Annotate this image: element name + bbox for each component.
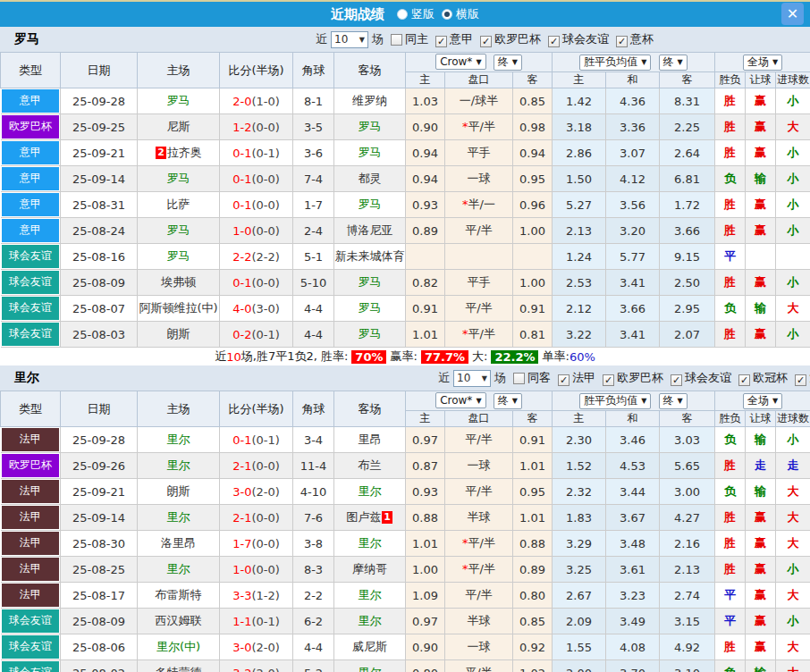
league-checkbox-label[interactable]: 欧罗巴杯 <box>494 32 541 46</box>
league-badge: 法甲 <box>2 506 60 529</box>
home-team: 朗斯 <box>138 322 220 348</box>
league-badge: 意甲 <box>2 219 60 242</box>
league-checkbox[interactable] <box>795 374 806 386</box>
away-team-name: 摩纳哥 <box>352 562 387 575</box>
bookmaker-dropdown[interactable]: Crow*▼ <box>435 392 485 408</box>
match-result: 胜 <box>715 531 746 557</box>
vertical-layout-label[interactable]: 竖版 <box>411 6 435 22</box>
scope-dropdown[interactable]: 全场▼ <box>743 393 782 409</box>
home-team: 阿斯顿维拉(中) <box>138 296 220 322</box>
match-date: 25-08-17 <box>61 583 138 609</box>
avg-draw: 3.36 <box>606 114 660 140</box>
away-team: 威尼斯 <box>334 634 406 660</box>
league-checkbox[interactable] <box>671 374 682 386</box>
scope-dropdown[interactable]: 全场▼ <box>743 55 782 71</box>
avg-time-dropdown[interactable]: 终▼ <box>659 55 688 71</box>
col-odds-home: 主 <box>406 411 445 427</box>
avg-home: 2.00 <box>553 660 606 672</box>
odds-away: 0.95 <box>513 479 553 505</box>
match-date: 25-09-28 <box>61 88 138 114</box>
match-date: 25-09-21 <box>61 140 138 166</box>
score: 1-0(0-0) <box>220 557 293 583</box>
close-icon[interactable]: ✕ <box>781 3 804 25</box>
col-result: 胜负 <box>715 72 746 88</box>
corner-count: 11-4 <box>293 453 334 479</box>
same-away-checkbox[interactable] <box>513 373 525 384</box>
away-team-name: 里昂 <box>359 433 382 446</box>
avg-time-dropdown[interactable]: 终▼ <box>659 393 688 409</box>
bookmaker-dropdown[interactable]: Crow*▼ <box>435 54 485 70</box>
horizontal-layout-radio[interactable] <box>442 9 452 20</box>
league-checkbox-label[interactable]: 意甲 <box>450 32 473 46</box>
odds-handicap: *平/半 <box>445 322 513 348</box>
same-home-checkbox[interactable] <box>391 34 402 46</box>
score: 1-7(0-0) <box>220 531 293 557</box>
match-date: 25-08-07 <box>61 296 138 322</box>
league-badge: 球会友谊 <box>2 609 60 633</box>
league-checkbox-label[interactable]: 欧冠杯 <box>753 371 788 384</box>
horizontal-layout-label[interactable]: 横版 <box>456 6 479 22</box>
match-date: 25-08-03 <box>61 322 138 348</box>
table-row: 法甲25-09-14里尔2-1(0-0)7-6图卢兹10.88半球1.011.8… <box>1 505 810 531</box>
match-result: 胜 <box>715 505 746 531</box>
corner-count: 1-7 <box>293 192 334 218</box>
matches-table-roma: 类型 日期 主场 比分(半场) 角球 客场 Crow*▼ 终▼ 胜平负均值▼ 终… <box>0 52 810 348</box>
same-away-label[interactable]: 同客 <box>527 370 551 386</box>
goals-result: 小 <box>776 427 810 453</box>
match-result: 负 <box>715 660 746 672</box>
league-checkbox-label[interactable]: 意杯 <box>630 32 654 46</box>
match-count-select[interactable]: 10▼ <box>331 31 368 48</box>
home-team-name: 里尔 <box>167 562 190 575</box>
match-date: 25-08-06 <box>61 634 138 660</box>
corner-count: 5-2 <box>293 660 334 672</box>
home-team-name: 布雷斯特 <box>156 588 202 601</box>
avg-away: 8.31 <box>660 88 715 114</box>
league-checkbox[interactable] <box>616 36 628 47</box>
avg-away: 9.15 <box>660 244 715 270</box>
wdl-average-dropdown[interactable]: 胜平负均值▼ <box>579 55 651 71</box>
same-home-label[interactable]: 同主 <box>405 31 428 47</box>
home-team-name: 朗斯 <box>167 327 190 340</box>
league-checkbox-label[interactable]: 法甲 <box>572 371 595 384</box>
league-badge: 意甲 <box>2 89 60 113</box>
layout-radio-group: 竖版 横版 <box>390 6 479 22</box>
league-checkbox[interactable] <box>435 36 447 47</box>
match-result: 胜 <box>715 453 746 479</box>
league-checkbox-label[interactable]: 球会友谊 <box>562 32 609 46</box>
odds-home: 0.90 <box>406 114 445 140</box>
handicap-result: 赢 <box>746 192 776 218</box>
odds-handicap: 一球 <box>445 166 513 192</box>
odds-handicap: *平/半 <box>445 531 513 557</box>
handicap-result: 输 <box>746 166 776 192</box>
home-team: 比萨 <box>138 192 220 218</box>
away-team-name: 新未来城体育 <box>335 249 405 263</box>
away-team: 罗马 <box>334 140 406 166</box>
away-team: 罗马 <box>334 114 406 140</box>
away-team: 里尔 <box>334 531 406 557</box>
away-team-name: 都灵 <box>359 172 382 185</box>
league-checkbox[interactable] <box>548 36 560 47</box>
odds-handicap: 平手 <box>445 270 513 296</box>
vertical-layout-radio[interactable] <box>397 9 408 20</box>
avg-home: 2.86 <box>553 140 606 166</box>
away-team-name: 里尔 <box>359 588 382 601</box>
goals-result: 小 <box>776 192 810 218</box>
odds-time-dropdown[interactable]: 终▼ <box>494 55 522 71</box>
col-score: 比分(半场) <box>220 53 293 88</box>
col-odds-away: 客 <box>513 411 553 427</box>
match-count-select[interactable]: 10▼ <box>453 370 491 387</box>
league-checkbox[interactable] <box>738 374 750 386</box>
league-checkbox-label[interactable]: 球会友谊 <box>685 371 731 384</box>
match-date: 25-09-14 <box>61 505 138 531</box>
goals-result: 走 <box>776 453 810 479</box>
wdl-average-dropdown[interactable]: 胜平负均值▼ <box>579 393 651 409</box>
league-checkbox[interactable] <box>603 374 614 386</box>
league-checkbox[interactable] <box>558 374 570 386</box>
avg-draw: 3.41 <box>606 270 660 296</box>
odds-time-dropdown[interactable]: 终▼ <box>494 393 522 409</box>
league-checkbox[interactable] <box>480 36 492 47</box>
score: 0-1(0-0) <box>220 270 293 296</box>
score: 4-0(3-0) <box>220 296 293 322</box>
away-team: 博洛尼亚 <box>334 218 406 244</box>
league-checkbox-label[interactable]: 欧罗巴杯 <box>617 371 663 384</box>
